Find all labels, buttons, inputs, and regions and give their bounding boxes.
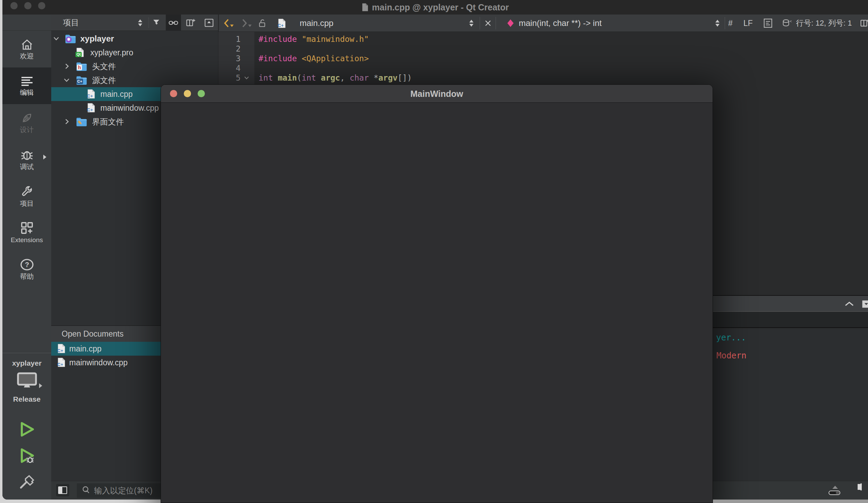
code-line: #include "mainwindow.h": [259, 34, 369, 44]
sidebar-item-design[interactable]: 设计: [2, 104, 51, 141]
wrench-icon: [20, 185, 34, 198]
link-icon: [169, 20, 178, 26]
chevron-down-icon[interactable]: [53, 37, 59, 40]
kit-selector-arrow[interactable]: [39, 383, 42, 388]
editor-toolbar: C+ main.cpp main(int, char **) -> int # …: [218, 15, 868, 32]
file-dropdown-arrows[interactable]: [468, 15, 474, 32]
help-icon: ?: [20, 259, 34, 271]
link-with-editor-button[interactable]: [166, 15, 181, 31]
sidebar-item-extensions[interactable]: Extensions: [2, 214, 51, 251]
chevron-up-icon[interactable]: [844, 301, 854, 307]
svg-text:<>: <>: [789, 19, 792, 24]
output-panel-menu-icon[interactable]: [862, 300, 868, 308]
project-folder-icon: ✱: [65, 34, 76, 43]
qt-pro-file-icon: Qt: [76, 47, 84, 57]
sidebar-item-help[interactable]: ? 帮助: [2, 251, 51, 287]
tree-row-profile[interactable]: Qt xyplayer.pro: [51, 46, 218, 60]
close-file-button[interactable]: [485, 15, 491, 32]
sidebar-item-debug[interactable]: 调试: [2, 141, 51, 177]
sort-icon[interactable]: [135, 15, 145, 31]
split-add-icon: [186, 19, 195, 27]
tree-row-project[interactable]: ✱ xyplayer: [51, 32, 218, 46]
chevron-down-icon[interactable]: [64, 78, 70, 82]
cpp-file-icon: C+: [87, 103, 95, 113]
line-ending-indicator[interactable]: LF: [743, 15, 753, 32]
mainwindow-titlebar[interactable]: MainWindow: [161, 85, 713, 103]
back-icon: [224, 19, 229, 28]
symbol-dropdown[interactable]: main(int, char **) -> int: [519, 15, 602, 32]
run-icon: [19, 421, 35, 438]
unlocked-icon: [258, 18, 266, 28]
chevron-right-icon[interactable]: [65, 63, 69, 69]
monitor-icon: [17, 372, 37, 388]
chevron-right-icon[interactable]: [65, 119, 69, 125]
home-icon: [21, 39, 33, 50]
mainwindow-app-window[interactable]: MainWindow: [161, 84, 713, 503]
toggle-left-sidebar-button[interactable]: [56, 484, 69, 496]
run-debug-button[interactable]: [19, 447, 35, 464]
svg-text:?: ?: [25, 261, 29, 268]
code-line: int main(int argc, char *argv[]): [259, 73, 412, 83]
file-type-icon: C+: [278, 15, 286, 32]
debug-icon: [20, 148, 34, 161]
run-debug-icon: [19, 447, 35, 464]
sidebar-item-edit[interactable]: 编辑: [2, 67, 51, 104]
cursor-position-indicator: 行号: 12, 列号: 1: [796, 15, 852, 32]
kit-selector-button[interactable]: [17, 372, 37, 388]
cpp-file-icon: C+: [57, 344, 65, 354]
tree-row-headers[interactable]: h 头文件: [51, 60, 218, 73]
search-icon: [82, 486, 91, 495]
projects-panel-header: 项目: [51, 15, 218, 31]
code-style-icon[interactable]: <>: [782, 15, 792, 32]
code-line: #include <QApplication>: [259, 54, 369, 63]
document-properties-icon[interactable]: [763, 15, 772, 32]
output-text-line: Modern: [716, 351, 747, 360]
mainwindow-title: MainWindow: [161, 85, 713, 103]
projects-panel-title: 项目: [63, 15, 79, 31]
locate-placeholder: 输入以定位(⌘K): [94, 485, 153, 496]
close-icon: [485, 20, 491, 27]
line-number-toggle[interactable]: #: [728, 15, 733, 32]
back-button[interactable]: [224, 15, 234, 32]
forward-icon: [242, 19, 247, 28]
collapse-panel-icon: [205, 19, 214, 27]
run-button[interactable]: [19, 421, 35, 438]
debug-submenu-arrow[interactable]: [43, 155, 46, 159]
kit-project-name: xyplayer: [2, 359, 51, 367]
output-text-line: yer...: [716, 333, 746, 342]
left-sidebar-icon: [58, 486, 67, 494]
extensions-icon: [21, 222, 33, 234]
window-titlebar: main.cpp @ xyplayer - Qt Creator: [2, 0, 868, 15]
forms-folder-icon: ✎: [76, 117, 87, 126]
sidebar-top-strip: [2, 15, 51, 31]
build-button[interactable]: [19, 474, 35, 490]
headers-folder-icon: h: [76, 62, 87, 71]
split-editor-button[interactable]: [860, 15, 868, 32]
document-icon: [362, 3, 369, 12]
build-progress-indicator[interactable]: [829, 491, 840, 495]
open-file-dropdown[interactable]: main.cpp: [300, 15, 333, 32]
window-title-text: main.cpp @ xyplayer - Qt Creator: [372, 2, 509, 12]
lock-button[interactable]: [258, 15, 266, 32]
hammer-icon: [19, 474, 35, 490]
forward-button[interactable]: [242, 15, 252, 32]
fold-marker-icon[interactable]: [244, 76, 249, 80]
toggle-right-sidebar-button[interactable]: [860, 484, 862, 490]
symbol-dropdown-arrows[interactable]: [714, 15, 721, 32]
kit-build-config: Release: [2, 395, 51, 403]
right-sidebar-icon: [860, 483, 862, 491]
symbol-icon: [507, 15, 514, 32]
sources-folder-icon: C+: [76, 75, 87, 85]
cpp-file-icon: C+: [57, 357, 65, 367]
split-panel-button[interactable]: [184, 15, 197, 31]
filter-icon[interactable]: [151, 15, 163, 31]
desktop-strip: [713, 500, 868, 503]
close-panel-button[interactable]: [203, 15, 215, 31]
sidebar-item-welcome[interactable]: 欢迎: [2, 31, 51, 67]
build-progress-caret: [832, 486, 838, 489]
edit-icon: [21, 76, 33, 86]
sidebar-item-projects[interactable]: 项目: [2, 177, 51, 214]
cpp-file-icon: C+: [87, 89, 95, 99]
design-icon: [21, 112, 33, 124]
window-title: main.cpp @ xyplayer - Qt Creator: [2, 0, 868, 15]
